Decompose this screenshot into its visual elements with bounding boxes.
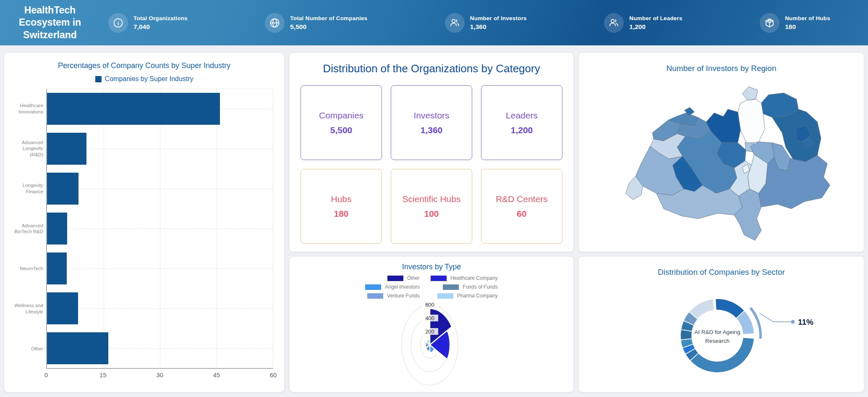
x-tick-label: 15 xyxy=(99,371,107,379)
kpi-investors: Number of Investors 1,360 xyxy=(445,13,527,33)
bar[interactable] xyxy=(47,292,78,324)
gridline xyxy=(47,189,273,189)
card-value: 60 xyxy=(517,209,526,219)
legend-swatch xyxy=(367,293,383,299)
card-value: 1,360 xyxy=(421,125,443,135)
card-companies: Companies 5,500 xyxy=(301,85,382,160)
legend-swatch xyxy=(437,293,453,299)
legend-swatch xyxy=(95,76,102,82)
kpi-label: Number of Investors xyxy=(470,15,527,21)
kpi-value: 1,360 xyxy=(470,23,527,31)
canton-region xyxy=(758,155,830,209)
legend-item[interactable]: Healthcare Company xyxy=(431,275,498,281)
bar[interactable] xyxy=(47,252,67,284)
bar-row xyxy=(47,328,273,368)
category-cards: Companies 5,500 Investors 1,360 Leaders … xyxy=(290,75,573,244)
bar[interactable] xyxy=(47,173,78,205)
kpi-label: Total Organizations xyxy=(133,15,188,21)
card-value: 180 xyxy=(334,209,348,219)
donut-chart-title: Distribution of Companies by Sector xyxy=(579,268,864,277)
donut-chart[interactable]: 11%AI R&D for AgeingResearch xyxy=(579,277,864,389)
legend-swatch xyxy=(365,284,381,290)
legend-item[interactable]: Angel Investors xyxy=(365,284,420,290)
legend-label: Funds of Funds xyxy=(463,284,497,290)
info-icon xyxy=(108,13,128,33)
bar-chart-legend[interactable]: Companies by Super Industry xyxy=(4,75,284,83)
legend-item[interactable]: Funds of Funds xyxy=(431,284,498,290)
bar-chart-title: Percentages of Company Counts by Super I… xyxy=(4,61,284,70)
legend-label: Pharma Company xyxy=(457,293,498,299)
rose-chart-title: Investors by Type xyxy=(290,263,573,271)
categories-title: Distribution of the Organizations by Cat… xyxy=(290,62,573,75)
card-hubs: Hubs 180 xyxy=(301,169,382,244)
bar[interactable] xyxy=(47,93,220,125)
bar[interactable] xyxy=(47,133,86,165)
header-bar: HealthTech Ecosystem in Switzerland Tota… xyxy=(0,0,868,45)
legend-label: Venture Funds xyxy=(387,293,420,299)
bar[interactable] xyxy=(47,332,108,364)
bar-row xyxy=(47,89,273,129)
bar-category-label: Longevity Finance xyxy=(10,169,46,209)
legend-swatch xyxy=(431,276,447,281)
app-title: HealthTech Ecosystem in Switzerland xyxy=(0,4,92,41)
card-rd-centers: R&D Centers 60 xyxy=(481,169,562,244)
gridline xyxy=(47,229,273,229)
globe-icon xyxy=(265,13,285,33)
dashboard-body: Percentages of Company Counts by Super I… xyxy=(0,45,868,392)
kpi-total-companies: Total Number of Companies 5,500 xyxy=(265,13,367,33)
rose-chart[interactable]: 200400600 xyxy=(348,299,515,390)
bar-row xyxy=(47,209,273,249)
people-icon xyxy=(604,13,624,33)
kpi-label: Total Number of Companies xyxy=(290,15,367,21)
rose-legend[interactable]: Other Healthcare Company Angel Investors… xyxy=(290,275,573,299)
callout-label: 11% xyxy=(798,318,813,326)
switzerland-map[interactable] xyxy=(602,74,841,250)
bar-category-label: NeuroTech xyxy=(10,249,46,289)
kpi-label: Number of Leaders xyxy=(629,15,682,21)
bar-row xyxy=(47,169,273,209)
legend-label: Healthcare Company xyxy=(450,275,498,281)
legend-label: Companies by Super Industry xyxy=(105,75,193,83)
kpi-strip: Total Organizations 7,040 Total Number o… xyxy=(92,13,868,33)
donut-center-label: Research xyxy=(705,338,729,344)
card-label: Leaders xyxy=(506,110,538,121)
gridline xyxy=(47,268,273,269)
legend-item[interactable]: Other xyxy=(365,275,420,281)
legend-swatch xyxy=(387,276,403,281)
legend-swatch xyxy=(443,284,459,290)
canton-region xyxy=(742,87,758,100)
legend-item[interactable]: Pharma Company xyxy=(431,293,498,299)
radial-tick-label: 400 xyxy=(425,315,434,321)
companies-by-sector-panel: Distribution of Companies by Sector 11%A… xyxy=(578,256,864,392)
card-value: 100 xyxy=(424,209,439,219)
bar-category-label: Other xyxy=(10,329,46,369)
card-label: Hubs xyxy=(331,194,351,204)
kpi-hubs: Number of Hubs 180 xyxy=(760,13,830,33)
kpi-value: 180 xyxy=(785,23,830,31)
radial-tick-label: 600 xyxy=(425,302,434,308)
card-label: R&D Centers xyxy=(496,194,548,204)
cube-icon xyxy=(760,13,779,33)
callout-dot xyxy=(791,320,795,324)
bar-plot-area[interactable] xyxy=(46,89,273,369)
card-value: 5,500 xyxy=(330,125,353,135)
bar-row xyxy=(47,129,273,169)
bar-row xyxy=(47,288,273,328)
bar[interactable] xyxy=(47,213,67,245)
legend-item[interactable]: Venture Funds xyxy=(365,293,420,299)
callout-leader-line xyxy=(760,313,791,322)
kpi-value: 7,040 xyxy=(133,23,188,31)
x-tick-label: 0 xyxy=(44,371,48,379)
bar-chart[interactable]: Healthcare InnovationsAdvanced Longevity… xyxy=(10,89,273,369)
bar-category-label: Healthcare Innovations xyxy=(10,89,46,129)
card-value: 1,200 xyxy=(511,125,533,135)
donut-center-label: AI R&D for Ageing xyxy=(694,329,740,335)
legend-label: Other xyxy=(407,275,420,281)
legend-label: Angel Investors xyxy=(385,284,420,290)
investors-map-panel: Number of Investors by Region xyxy=(578,53,864,252)
x-tick-label: 60 xyxy=(270,371,277,379)
card-label: Scientific Hubs xyxy=(403,194,461,204)
card-scientific-hubs: Scientific Hubs 100 xyxy=(391,169,472,244)
bar-category-label: Wellness and Lifestyle xyxy=(10,289,46,329)
kpi-value: 1,200 xyxy=(629,23,682,31)
